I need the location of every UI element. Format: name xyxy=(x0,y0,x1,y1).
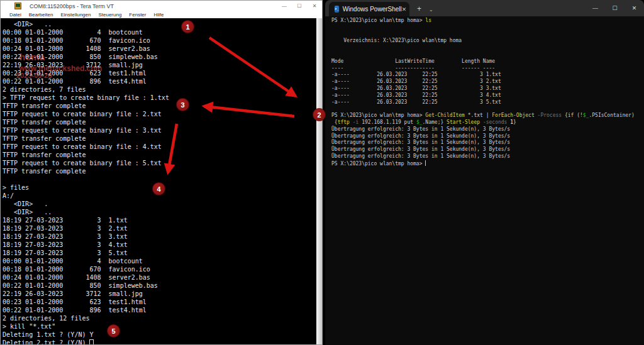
terminal-line: Deleting 1.txt ? (Y/N) Y xyxy=(3,331,316,339)
tab-close-icon[interactable]: ✕ xyxy=(402,6,407,13)
terminal-line: PS X:\2023\pico wlan\tmp homa> ls xyxy=(331,18,644,25)
powershell-screen[interactable]: PS X:\2023\pico wlan\tmp homa> ls Verzei… xyxy=(325,16,644,345)
menu-item-hilfe[interactable]: Hilfe xyxy=(150,12,167,18)
terminal-line: PS X:\2023\pico wlan\tmp homa> Get-Child… xyxy=(331,112,644,119)
terminal-line xyxy=(331,52,644,58)
terminal-line: 22:19 26-03-2023 3712 small.jpg xyxy=(3,290,316,298)
powershell-icon: >_ xyxy=(335,6,339,13)
tab-windows-powershell[interactable]: >_ Windows PowerShell ✕ xyxy=(329,2,409,16)
terminal-line: 00:18 01-01-2000 670 favicon.ico xyxy=(3,36,316,45)
terminal-line: -a---- 26.03.2023 22:25 3 1.txt xyxy=(331,72,644,79)
terminal-line: -a---- 26.03.2023 22:25 3 4.txt xyxy=(331,92,644,99)
terminal-line: TFTP request to create binary file : 5.t… xyxy=(3,159,316,167)
terminal-line: 00:22 01-01-2000 850 simpleweb.bas xyxy=(3,282,316,290)
terminal-line: <DIR> .. xyxy=(3,208,316,216)
terminal-line: 22:19 26-03-2023 3712 small.jpg xyxy=(3,61,316,69)
terminal-line: 00:24 01-01-2000 1408 server2.bas xyxy=(3,45,316,53)
minimize-button[interactable]: — xyxy=(277,1,292,11)
tera-term-screen[interactable]: <DIR> ..00:00 01-01-2000 4 bootcount00:1… xyxy=(1,18,316,344)
marker-5: 5 xyxy=(107,324,120,337)
tera-term-scrollbar[interactable] xyxy=(316,18,322,344)
terminal-line: 18:19 27-03-2023 3 4.txt xyxy=(3,241,316,249)
menu-item-bearbeiten[interactable]: Bearbeiten xyxy=(25,12,57,18)
maximize-button[interactable]: ☐ xyxy=(605,0,625,16)
terminal-line: TFTP request to create binary file : 2.t… xyxy=(3,110,316,118)
tera-term-window-title: COM8:115200bps - Tera Term VT xyxy=(30,3,114,9)
terminal-line: TFTP transfer complete xyxy=(3,134,316,143)
terminal-line: TFTP transfer complete xyxy=(3,118,316,126)
menu-item-steuerung[interactable]: Steuerung xyxy=(94,12,125,18)
menu-item-einstellungen[interactable]: Einstellungen xyxy=(57,12,94,18)
terminal-line: 00:00 01-01-2000 4 bootcount xyxy=(3,28,316,36)
terminal-line: 18:19 27-03-2023 3 2.txt xyxy=(3,224,316,233)
terminal-line: 00:23 01-01-2000 623 test1.html xyxy=(3,298,316,306)
tab-dropdown-icon[interactable]: ⌄ xyxy=(429,7,433,16)
terminal-line xyxy=(331,106,644,112)
tera-term-menubar: Datei Bearbeiten Einstellungen Steuerung… xyxy=(1,11,322,18)
terminal-line: 18:19 27-03-2023 3 1.txt xyxy=(3,216,316,224)
menu-item-fenster[interactable]: Fenster xyxy=(125,12,150,18)
terminal-line: TFTP transfer complete xyxy=(3,151,316,159)
terminal-line xyxy=(331,31,644,38)
terminal-line: <DIR> .. xyxy=(3,20,316,28)
tab-title: Windows PowerShell xyxy=(343,6,402,13)
terminal-line: Übertragung erfolgreich: 3 Bytes in 1 Se… xyxy=(331,153,644,160)
close-button[interactable]: ✕ xyxy=(307,1,322,11)
terminal-line: -a---- 26.03.2023 22:25 3 2.txt xyxy=(331,79,644,85)
terminal-line xyxy=(331,45,644,52)
terminal-line: > kill "*.txt" xyxy=(3,322,316,331)
terminal-line: Mode LastWriteTime Length Name xyxy=(331,58,644,65)
terminal-line: 2 directories, 7 files xyxy=(3,85,316,94)
maximize-button[interactable]: ☐ xyxy=(292,1,307,11)
terminal-line: ---- ------------- ------ ---- xyxy=(331,65,644,72)
minimize-button[interactable]: — xyxy=(586,0,605,16)
terminal-line: Verzeichnis: X:\2023\pico wlan\tmp homa xyxy=(331,38,644,45)
terminal-line: > TFTP request to create binary file : 1… xyxy=(3,94,316,102)
terminal-line: 00:22 01-01-2000 896 test4.html xyxy=(3,306,316,314)
terminal-line: Übertragung erfolgreich: 3 Bytes in 1 Se… xyxy=(331,140,644,146)
terminal-line: Übertragung erfolgreich: 3 Bytes in 1 Se… xyxy=(331,146,644,153)
close-button[interactable]: ✕ xyxy=(625,0,644,16)
terminal-line: 18:19 27-03-2023 3 5.txt xyxy=(3,249,316,257)
tera-term-titlebar: COM8:115200bps - Tera Term VT — ☐ ✕ xyxy=(1,1,322,11)
terminal-line: 00:18 01-01-2000 670 favicon.ico xyxy=(3,265,316,273)
terminal-line: Deleting 2.txt ? (Y/N) xyxy=(3,339,316,344)
marker-4: 4 xyxy=(152,182,165,195)
marker-3: 3 xyxy=(176,98,189,111)
menu-item-datei[interactable]: Datei xyxy=(6,12,25,18)
terminal-line: TFTP transfer complete xyxy=(3,102,316,110)
terminal-tab-bar: >_ Windows PowerShell ✕ + ⌄ — ☐ ✕ xyxy=(325,0,644,16)
tera-term-window: COM8:115200bps - Tera Term VT — ☐ ✕ Date… xyxy=(0,0,323,345)
marker-2: 2 xyxy=(313,108,326,121)
terminal-line: PS X:\2023\pico wlan\tmp homa> xyxy=(331,160,644,167)
terminal-line: <DIR> . xyxy=(3,200,316,208)
terminal-line: 00:23 01-01-2000 623 test1.html xyxy=(3,69,316,77)
terminal-line: 00:00 01-01-2000 4 bootcount xyxy=(3,257,316,265)
terminal-line: TFTP transfer complete xyxy=(3,167,316,175)
terminal-line xyxy=(331,25,644,31)
new-tab-button[interactable]: + xyxy=(417,4,421,16)
terminal-line: {tftp -i 192.168.1.119 put $_.Name;} Sta… xyxy=(331,119,644,126)
terminal-line: 00:22 01-01-2000 850 simpleweb.bas xyxy=(3,53,316,61)
powershell-window: >_ Windows PowerShell ✕ + ⌄ — ☐ ✕ PS X:\… xyxy=(325,0,644,345)
terminal-line: Übertragung erfolgreich: 3 Bytes in 1 Se… xyxy=(331,133,644,140)
terminal-line: Übertragung erfolgreich: 3 Bytes in 1 Se… xyxy=(331,126,644,133)
terminal-line: 2 directories, 12 files xyxy=(3,314,316,322)
tera-term-app-icon xyxy=(14,3,21,9)
terminal-line: 18:19 27-03-2023 3 3.txt xyxy=(3,233,316,241)
terminal-line: 00:22 01-01-2000 896 test4.html xyxy=(3,77,316,85)
terminal-line: TFTP request to create binary file : 3.t… xyxy=(3,126,316,134)
terminal-line: 00:24 01-01-2000 1408 server2.bas xyxy=(3,273,316,282)
marker-1: 1 xyxy=(181,20,194,33)
terminal-line: -a---- 26.03.2023 22:25 3 3.txt xyxy=(331,85,644,92)
terminal-line: TFTP request to create binary file : 4.t… xyxy=(3,143,316,151)
terminal-line: -a---- 26.03.2023 22:25 3 5.txt xyxy=(331,99,644,106)
